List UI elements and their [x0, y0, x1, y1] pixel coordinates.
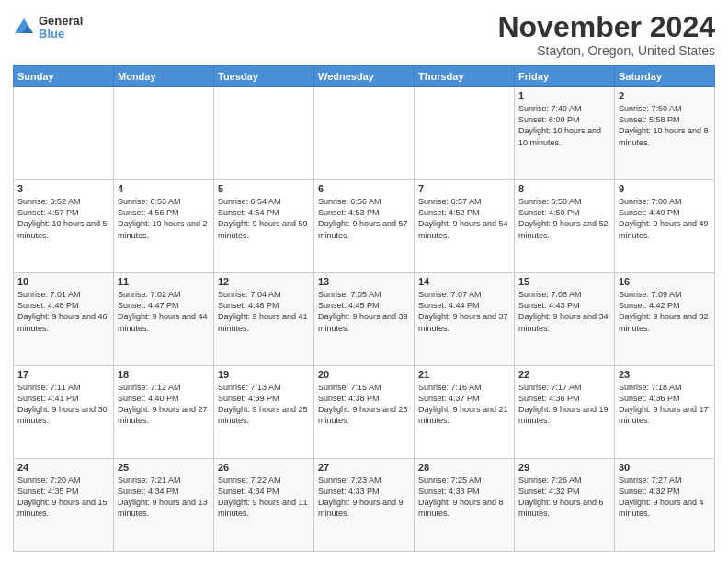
day-info: Sunrise: 6:54 AM Sunset: 4:54 PM Dayligh…: [218, 196, 310, 241]
day-number: 7: [418, 183, 510, 194]
day-cell: 29Sunrise: 7:26 AM Sunset: 4:32 PM Dayli…: [515, 459, 615, 552]
day-cell: 12Sunrise: 7:04 AM Sunset: 4:46 PM Dayli…: [214, 273, 314, 366]
day-cell: 17Sunrise: 7:11 AM Sunset: 4:41 PM Dayli…: [14, 366, 114, 459]
day-info: Sunrise: 7:08 AM Sunset: 4:43 PM Dayligh…: [518, 289, 610, 334]
header-cell-friday: Friday: [515, 66, 615, 87]
day-cell: 22Sunrise: 7:17 AM Sunset: 4:36 PM Dayli…: [515, 366, 615, 459]
day-cell: 18Sunrise: 7:12 AM Sunset: 4:40 PM Dayli…: [114, 366, 214, 459]
day-info: Sunrise: 7:49 AM Sunset: 6:00 PM Dayligh…: [518, 103, 610, 148]
day-info: Sunrise: 7:50 AM Sunset: 5:58 PM Dayligh…: [619, 103, 711, 148]
header-cell-monday: Monday: [114, 66, 214, 87]
week-row-3: 17Sunrise: 7:11 AM Sunset: 4:41 PM Dayli…: [14, 366, 715, 459]
day-info: Sunrise: 7:04 AM Sunset: 4:46 PM Dayligh…: [218, 289, 310, 334]
calendar-body: 1Sunrise: 7:49 AM Sunset: 6:00 PM Daylig…: [14, 87, 715, 552]
day-number: 19: [218, 369, 310, 380]
day-cell: 26Sunrise: 7:22 AM Sunset: 4:34 PM Dayli…: [214, 459, 314, 552]
logo-blue-text: Blue: [39, 28, 83, 40]
day-number: 20: [318, 369, 410, 380]
day-cell: [14, 87, 114, 180]
day-number: 21: [418, 369, 510, 380]
header-cell-sunday: Sunday: [14, 66, 114, 87]
day-number: 6: [318, 183, 410, 194]
day-number: 13: [318, 276, 410, 287]
day-info: Sunrise: 7:09 AM Sunset: 4:42 PM Dayligh…: [619, 289, 711, 334]
day-info: Sunrise: 7:11 AM Sunset: 4:41 PM Dayligh…: [17, 382, 109, 427]
day-info: Sunrise: 7:26 AM Sunset: 4:32 PM Dayligh…: [518, 475, 610, 520]
day-info: Sunrise: 6:53 AM Sunset: 4:56 PM Dayligh…: [118, 196, 210, 241]
logo: General Blue: [13, 15, 83, 41]
day-cell: 21Sunrise: 7:16 AM Sunset: 4:37 PM Dayli…: [415, 366, 515, 459]
day-cell: 15Sunrise: 7:08 AM Sunset: 4:43 PM Dayli…: [515, 273, 615, 366]
day-info: Sunrise: 7:21 AM Sunset: 4:34 PM Dayligh…: [118, 475, 210, 520]
day-cell: 3Sunrise: 6:52 AM Sunset: 4:57 PM Daylig…: [14, 180, 114, 273]
day-cell: 13Sunrise: 7:05 AM Sunset: 4:45 PM Dayli…: [314, 273, 415, 366]
day-number: 25: [118, 462, 210, 473]
day-number: 12: [218, 276, 310, 287]
week-row-1: 3Sunrise: 6:52 AM Sunset: 4:57 PM Daylig…: [14, 180, 715, 273]
day-info: Sunrise: 7:13 AM Sunset: 4:39 PM Dayligh…: [218, 382, 310, 427]
day-number: 18: [118, 369, 210, 380]
day-number: 22: [518, 369, 610, 380]
day-cell: 16Sunrise: 7:09 AM Sunset: 4:42 PM Dayli…: [615, 273, 715, 366]
header: General Blue November 2024 Stayton, Oreg…: [13, 11, 715, 58]
week-row-4: 24Sunrise: 7:20 AM Sunset: 4:35 PM Dayli…: [14, 459, 715, 552]
day-cell: [314, 87, 415, 180]
day-cell: 7Sunrise: 6:57 AM Sunset: 4:52 PM Daylig…: [415, 180, 515, 273]
day-number: 5: [218, 183, 310, 194]
page: General Blue November 2024 Stayton, Oreg…: [0, 0, 728, 563]
day-number: 3: [17, 183, 109, 194]
day-number: 14: [418, 276, 510, 287]
day-cell: 14Sunrise: 7:07 AM Sunset: 4:44 PM Dayli…: [415, 273, 515, 366]
day-info: Sunrise: 7:15 AM Sunset: 4:38 PM Dayligh…: [318, 382, 410, 427]
week-row-2: 10Sunrise: 7:01 AM Sunset: 4:48 PM Dayli…: [14, 273, 715, 366]
day-number: 8: [518, 183, 610, 194]
calendar-table: SundayMondayTuesdayWednesdayThursdayFrid…: [13, 65, 715, 552]
day-number: 30: [619, 462, 711, 473]
month-title: November 2024: [497, 11, 715, 43]
day-number: 2: [619, 90, 711, 101]
calendar-header: SundayMondayTuesdayWednesdayThursdayFrid…: [14, 66, 715, 87]
day-info: Sunrise: 7:12 AM Sunset: 4:40 PM Dayligh…: [118, 382, 210, 427]
logo-text: General Blue: [39, 15, 83, 41]
day-cell: 2Sunrise: 7:50 AM Sunset: 5:58 PM Daylig…: [615, 87, 715, 180]
day-cell: 25Sunrise: 7:21 AM Sunset: 4:34 PM Dayli…: [114, 459, 214, 552]
day-info: Sunrise: 7:01 AM Sunset: 4:48 PM Dayligh…: [17, 289, 109, 334]
day-number: 28: [418, 462, 510, 473]
week-row-0: 1Sunrise: 7:49 AM Sunset: 6:00 PM Daylig…: [14, 87, 715, 180]
day-number: 16: [619, 276, 711, 287]
day-info: Sunrise: 7:07 AM Sunset: 4:44 PM Dayligh…: [418, 289, 510, 334]
day-info: Sunrise: 7:17 AM Sunset: 4:36 PM Dayligh…: [518, 382, 610, 427]
day-info: Sunrise: 7:20 AM Sunset: 4:35 PM Dayligh…: [17, 475, 109, 520]
day-cell: 19Sunrise: 7:13 AM Sunset: 4:39 PM Dayli…: [214, 366, 314, 459]
day-cell: 28Sunrise: 7:25 AM Sunset: 4:33 PM Dayli…: [415, 459, 515, 552]
day-info: Sunrise: 7:23 AM Sunset: 4:33 PM Dayligh…: [318, 475, 410, 520]
day-cell: 20Sunrise: 7:15 AM Sunset: 4:38 PM Dayli…: [314, 366, 415, 459]
day-number: 1: [518, 90, 610, 101]
header-row: SundayMondayTuesdayWednesdayThursdayFrid…: [14, 66, 715, 87]
logo-general-text: General: [39, 15, 83, 28]
day-info: Sunrise: 6:52 AM Sunset: 4:57 PM Dayligh…: [17, 196, 109, 241]
day-number: 24: [17, 462, 109, 473]
day-cell: 4Sunrise: 6:53 AM Sunset: 4:56 PM Daylig…: [114, 180, 214, 273]
day-cell: 9Sunrise: 7:00 AM Sunset: 4:49 PM Daylig…: [615, 180, 715, 273]
day-number: 9: [619, 183, 711, 194]
header-cell-saturday: Saturday: [615, 66, 715, 87]
day-cell: [415, 87, 515, 180]
day-info: Sunrise: 6:58 AM Sunset: 4:50 PM Dayligh…: [518, 196, 610, 241]
day-number: 4: [118, 183, 210, 194]
day-cell: 10Sunrise: 7:01 AM Sunset: 4:48 PM Dayli…: [14, 273, 114, 366]
logo-icon: [13, 17, 35, 39]
day-number: 10: [17, 276, 109, 287]
day-info: Sunrise: 7:22 AM Sunset: 4:34 PM Dayligh…: [218, 475, 310, 520]
title-block: November 2024 Stayton, Oregon, United St…: [497, 11, 715, 58]
day-cell: [114, 87, 214, 180]
day-cell: 27Sunrise: 7:23 AM Sunset: 4:33 PM Dayli…: [314, 459, 415, 552]
day-info: Sunrise: 6:57 AM Sunset: 4:52 PM Dayligh…: [418, 196, 510, 241]
day-info: Sunrise: 7:25 AM Sunset: 4:33 PM Dayligh…: [418, 475, 510, 520]
day-info: Sunrise: 6:56 AM Sunset: 4:53 PM Dayligh…: [318, 196, 410, 241]
location-subtitle: Stayton, Oregon, United States: [497, 43, 715, 58]
day-number: 23: [619, 369, 711, 380]
day-number: 15: [518, 276, 610, 287]
day-info: Sunrise: 7:18 AM Sunset: 4:36 PM Dayligh…: [619, 382, 711, 427]
day-info: Sunrise: 7:27 AM Sunset: 4:32 PM Dayligh…: [619, 475, 711, 520]
